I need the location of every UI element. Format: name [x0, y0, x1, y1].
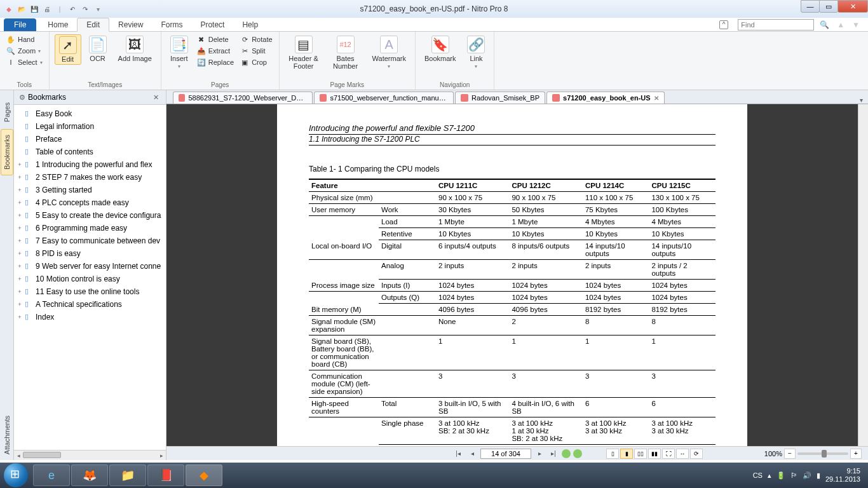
expand-icon[interactable]: + — [17, 238, 23, 244]
find-icon[interactable]: 🔍 — [818, 20, 831, 29]
tab-help[interactable]: Help — [233, 18, 267, 31]
view-facing-icon[interactable]: ▯▯ — [634, 449, 647, 459]
redo-icon[interactable]: ↷ — [80, 4, 90, 14]
expand-icon[interactable]: + — [17, 250, 23, 257]
tab-forms[interactable]: Forms — [152, 18, 191, 31]
header-footer-button[interactable]: ▤Header & Footer — [285, 34, 323, 71]
action-center-icon[interactable]: 🏳 — [790, 471, 797, 479]
bookmark-item[interactable]: ▯Easy Book — [15, 107, 165, 120]
delete-button[interactable]: ✖Delete — [196, 34, 235, 44]
hand-tool[interactable]: ✋Hand — [5, 34, 44, 44]
battery-icon[interactable]: 🔋 — [776, 471, 785, 480]
link-button[interactable]: 🔗Link▾ — [463, 34, 489, 71]
zoom-in-icon[interactable]: + — [850, 449, 862, 459]
rotate-button[interactable]: ⟳Rotate — [239, 34, 273, 44]
doc-tab[interactable]: s71200_easy_book_en-US✕ — [546, 92, 665, 104]
doc-tab[interactable]: 58862931_S7-1200_Webserver_DOKU_v... — [173, 92, 313, 104]
save-icon[interactable]: 💾 — [29, 4, 39, 14]
tab-protect[interactable]: Protect — [191, 18, 233, 31]
edit-button[interactable]: ➚Edit — [55, 34, 81, 65]
first-page-icon[interactable]: |◂ — [452, 449, 464, 459]
bookmarks-tree[interactable]: ▯Easy Book ▯Legal information ▯Preface ▯… — [14, 105, 166, 450]
start-button[interactable] — [4, 463, 28, 487]
expand-icon[interactable]: + — [17, 288, 23, 295]
v-scrollbar[interactable] — [858, 104, 868, 446]
tab-review[interactable]: Review — [109, 18, 152, 31]
tabs-dropdown-icon[interactable]: ▾ — [855, 97, 868, 104]
zoom-out-icon[interactable]: − — [784, 449, 796, 459]
expand-icon[interactable]: + — [17, 187, 23, 193]
last-page-icon[interactable]: ▸| — [548, 449, 559, 459]
page-input[interactable] — [480, 449, 531, 459]
sidetab-attachments[interactable]: Attachments — [1, 410, 13, 460]
expand-icon[interactable]: + — [17, 174, 23, 180]
view-width-icon[interactable]: ↔ — [676, 449, 689, 459]
sidetab-pages[interactable]: Pages — [1, 97, 13, 128]
bookmark-item[interactable]: +▯A Technical specifications — [15, 298, 165, 311]
bookmark-item[interactable]: +▯3 Getting started — [15, 184, 165, 196]
ocr-button[interactable]: 📄OCR — [85, 34, 111, 64]
bookmark-item[interactable]: +▯6 Programming made easy — [15, 222, 165, 234]
view-facing-cont-icon[interactable]: ▮▮ — [648, 449, 661, 459]
tray-up-icon[interactable]: ▴ — [768, 471, 771, 480]
bookmark-item[interactable]: +▯10 Motion control is easy — [15, 273, 165, 285]
find-next-icon[interactable]: ▼ — [850, 20, 862, 29]
watermark-button[interactable]: AWatermark▾ — [369, 34, 410, 71]
bookmark-item[interactable]: +▯Index — [15, 311, 165, 323]
bookmark-item[interactable]: +▯2 STEP 7 makes the work easy — [15, 171, 165, 184]
extract-button[interactable]: 📤Extract — [196, 46, 235, 56]
task-ie[interactable]: e — [33, 464, 70, 486]
add-image-button[interactable]: 🖼Add Image — [114, 34, 156, 64]
bookmark-item[interactable]: +▯5 Easy to create the device configura — [15, 209, 165, 222]
bates-button[interactable]: #12Bates Number — [327, 34, 365, 71]
next-page-icon[interactable]: ▸ — [534, 449, 545, 459]
close-tab-icon[interactable]: ✕ — [654, 95, 659, 102]
lang-indicator[interactable]: CS — [753, 471, 763, 479]
find-prev-icon[interactable]: ▲ — [835, 20, 846, 29]
nav-fwd-icon[interactable] — [573, 449, 582, 458]
find-input[interactable] — [738, 19, 814, 30]
zoom-slider[interactable] — [797, 452, 848, 455]
h-scrollbar[interactable]: ◂ ▸ — [14, 450, 166, 460]
crop-button[interactable]: ▣Crop — [239, 57, 273, 67]
close-button[interactable]: ✕ — [837, 0, 868, 13]
minimize-button[interactable]: — — [801, 0, 820, 13]
open-icon[interactable]: 📂 — [17, 4, 27, 14]
bookmark-item[interactable]: ▯Table of contents — [15, 146, 165, 158]
bookmark-item[interactable]: ▯Preface — [15, 133, 165, 146]
expand-icon[interactable]: + — [17, 276, 23, 282]
task-firefox[interactable]: 🦊 — [71, 464, 108, 486]
bookmark-item[interactable]: +▯11 Easy to use the online tools — [15, 285, 165, 298]
replace-button[interactable]: 🔄Replace — [196, 57, 235, 67]
volume-icon[interactable]: 🔊 — [803, 471, 811, 480]
bookmark-button[interactable]: 🔖Bookmark — [421, 34, 460, 64]
gear-icon[interactable]: ⚙ — [19, 93, 25, 102]
expand-icon[interactable] — [17, 136, 23, 142]
expand-icon[interactable]: + — [17, 212, 23, 219]
nav-back-icon[interactable] — [562, 449, 571, 458]
expand-icon[interactable] — [17, 111, 23, 117]
page-viewport[interactable]: Introducing the powerful and flexible S7… — [166, 104, 858, 446]
bookmark-item[interactable]: +▯4 PLC concepts made easy — [15, 196, 165, 209]
bookmark-item[interactable]: +▯1 Introducing the powerful and flex — [15, 158, 165, 171]
insert-button[interactable]: 📑Insert▾ — [166, 34, 192, 71]
doc-tab[interactable]: Radovan_Smisek_BP — [455, 92, 545, 104]
expand-icon[interactable] — [17, 123, 23, 130]
task-nitro[interactable]: ◆ — [186, 464, 222, 486]
qat-dropdown-icon[interactable]: ▾ — [93, 4, 103, 14]
print-icon[interactable]: 🖨 — [42, 4, 52, 14]
undo-icon[interactable]: ↶ — [67, 4, 78, 14]
scroll-thumb[interactable] — [23, 452, 61, 458]
clock[interactable]: 9:15 29.11.2013 — [825, 467, 864, 484]
prev-page-icon[interactable]: ◂ — [466, 449, 478, 459]
view-rotate-icon[interactable]: ⟳ — [690, 449, 703, 459]
expand-icon[interactable]: + — [17, 200, 23, 206]
expand-icon[interactable]: + — [17, 301, 23, 308]
split-button[interactable]: ✂Split — [239, 46, 273, 56]
expand-icon[interactable]: + — [17, 161, 23, 168]
ribbon-help-icon[interactable]: ^ — [719, 20, 728, 29]
sidetab-bookmarks[interactable]: Bookmarks — [1, 129, 13, 175]
view-fit-icon[interactable]: ⛶ — [662, 449, 675, 459]
scroll-right-icon[interactable]: ▸ — [157, 451, 166, 460]
expand-icon[interactable]: + — [17, 225, 23, 231]
